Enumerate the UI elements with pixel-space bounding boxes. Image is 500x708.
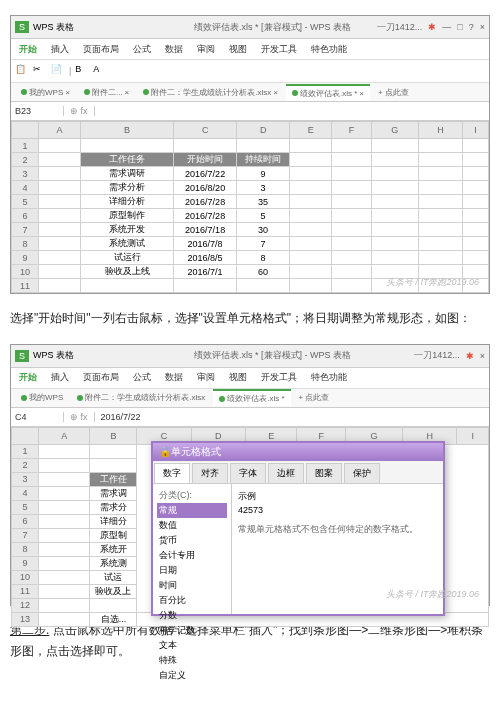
app-name: WPS 表格 [33,21,74,34]
sample-value: 42573 [238,505,437,515]
tab-doc2[interactable]: 附件二：学生成绩统计分析表.xlsx [71,390,211,405]
cat-scientific[interactable]: 科学记数 [157,623,227,638]
watermark: 头条号 / IT奔跑2019.06 [386,276,479,289]
cat-text[interactable]: 文本 [157,638,227,653]
tab-doc1[interactable]: 附件二... × [78,85,135,100]
cat-special[interactable]: 特殊 [157,653,227,668]
copy-icon[interactable]: 📄 [51,64,65,78]
tab-mywps[interactable]: 我的WPS × [15,85,76,100]
tab-font[interactable]: 字体 [230,463,266,483]
format-desc: 常规单元格格式不包含任何特定的数字格式。 [238,523,437,536]
tab-pattern[interactable]: 图案 [306,463,342,483]
paste-icon[interactable]: 📋 [15,64,29,78]
sample-label: 示例 [238,490,437,503]
cat-accounting[interactable]: 会计专用 [157,548,227,563]
doc-title: 绩效评估表.xls * [兼容模式] - WPS 表格 [194,21,351,34]
titlebar: S WPS 表格 绩效评估表.xls * [兼容模式] - WPS 表格 一刀1… [11,345,489,368]
user-name[interactable]: 一刀1412... [414,349,460,362]
toolbar: 📋 ✂ 📄 | B A [11,60,489,83]
cat-date[interactable]: 日期 [157,563,227,578]
doc-title: 绩效评估表.xls * [兼容模式] - WPS 表格 [194,349,351,362]
tab-number[interactable]: 数字 [154,463,190,483]
cat-custom[interactable]: 自定义 [157,668,227,683]
category-list[interactable]: 分类(C): 常规 数值 货币 会计专用 日期 时间 百分比 分数 科学记数 文… [153,484,232,614]
font-icon[interactable]: A [93,64,107,78]
app-logo: S [15,21,29,33]
maximize-icon[interactable]: □ [457,22,462,32]
minimize-icon[interactable]: — [442,22,451,32]
formula-bar: B23 ⊕ fx [11,102,489,121]
formula-bar: C4 ⊕ fx 2016/7/22 [11,408,489,427]
cat-percent[interactable]: 百分比 [157,593,227,608]
close-icon[interactable]: × [480,22,485,32]
doc-tabs: 我的WPS 附件二：学生成绩统计分析表.xlsx 绩效评估表.xls * + 点… [11,389,489,408]
bold-icon[interactable]: B [75,64,89,78]
cat-number[interactable]: 数值 [157,518,227,533]
formula-value[interactable]: 2016/7/22 [95,412,147,422]
cell-ref[interactable]: C4 [11,412,64,422]
menu-formula[interactable]: 公式 [133,371,151,384]
app-name: WPS 表格 [33,349,74,362]
help-icon[interactable]: ? [469,22,474,32]
menu-data[interactable]: 数据 [165,43,183,56]
menubar: 开始 插入 页面布局 公式 数据 审阅 视图 开发工具 特色功能 [11,368,489,389]
cell-ref[interactable]: B23 [11,106,64,116]
titlebar: S WPS 表格 绩效评估表.xls * [兼容模式] - WPS 表格 一刀1… [11,16,489,39]
tab-more[interactable]: + 点此查 [372,85,415,100]
app-logo: S [15,350,29,362]
menu-view[interactable]: 视图 [229,371,247,384]
menu-layout[interactable]: 页面布局 [83,43,119,56]
screenshot-2: S WPS 表格 绩效评估表.xls * [兼容模式] - WPS 表格 一刀1… [10,344,490,606]
tab-align[interactable]: 对齐 [192,463,228,483]
menu-formula[interactable]: 公式 [133,43,151,56]
cat-time[interactable]: 时间 [157,578,227,593]
menubar: 开始 插入 页面布局 公式 数据 审阅 视图 开发工具 特色功能 [11,39,489,60]
spreadsheet-grid[interactable]: ABCDEFGHI 1 2工作任务开始时间持续时间 3需求调研2016/7/22… [11,121,489,293]
tab-more[interactable]: + 点此查 [293,390,336,405]
cat-general[interactable]: 常规 [157,503,227,518]
menu-layout[interactable]: 页面布局 [83,371,119,384]
tab-mywps[interactable]: 我的WPS [15,390,69,405]
menu-special[interactable]: 特色功能 [311,43,347,56]
menu-data[interactable]: 数据 [165,371,183,384]
dialog-tabs: 数字 对齐 字体 边框 图案 保护 [153,461,443,484]
star-icon[interactable]: ✱ [428,22,436,32]
watermark: 头条号 / IT奔跑2019.06 [386,588,479,601]
cat-currency[interactable]: 货币 [157,533,227,548]
menu-dev[interactable]: 开发工具 [261,371,297,384]
tab-protect[interactable]: 保护 [344,463,380,483]
instruction-1: 选择"开始时间"一列右击鼠标，选择"设置单元格格式"；将日期调整为常规形态，如图… [10,308,490,330]
fx-label[interactable]: ⊕ fx [64,412,95,422]
user-name[interactable]: 一刀1412... [377,21,423,34]
tab-doc2[interactable]: 附件二：学生成绩统计分析表.xlsx × [137,85,284,100]
menu-review[interactable]: 审阅 [197,43,215,56]
menu-special[interactable]: 特色功能 [311,371,347,384]
menu-view[interactable]: 视图 [229,43,247,56]
menu-start[interactable]: 开始 [19,43,37,56]
cat-fraction[interactable]: 分数 [157,608,227,623]
star-icon[interactable]: ✱ [466,351,474,361]
fx-label[interactable]: ⊕ fx [64,106,95,116]
tab-active[interactable]: 绩效评估表.xls * × [286,84,370,101]
menu-review[interactable]: 审阅 [197,371,215,384]
tab-border[interactable]: 边框 [268,463,304,483]
lock-icon: 🔒 [159,446,171,457]
tab-active[interactable]: 绩效评估表.xls * [213,389,290,406]
dialog-title: 🔒 单元格格式 [153,443,443,461]
menu-insert[interactable]: 插入 [51,371,69,384]
screenshot-1: S WPS 表格 绩效评估表.xls * [兼容模式] - WPS 表格 一刀1… [10,15,490,294]
doc-tabs: 我的WPS × 附件二... × 附件二：学生成绩统计分析表.xlsx × 绩效… [11,83,489,102]
menu-start[interactable]: 开始 [19,371,37,384]
menu-insert[interactable]: 插入 [51,43,69,56]
menu-dev[interactable]: 开发工具 [261,43,297,56]
close-icon[interactable]: × [480,351,485,361]
cut-icon[interactable]: ✂ [33,64,47,78]
